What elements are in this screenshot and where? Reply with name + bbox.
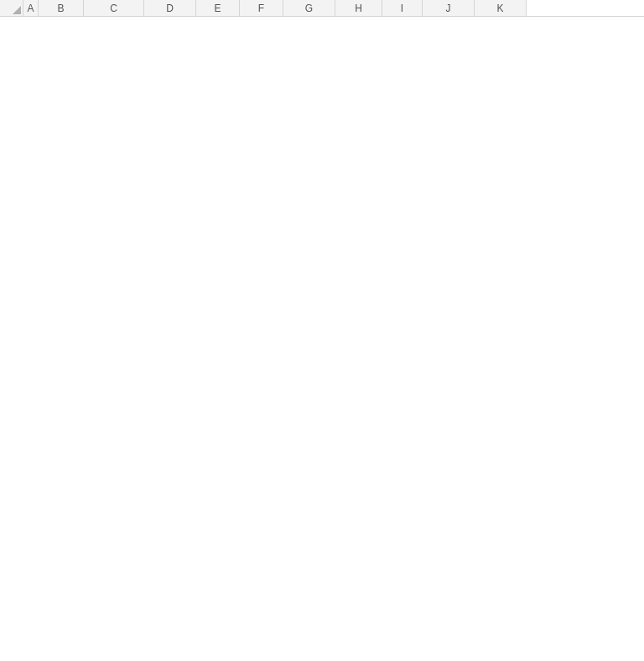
column-header-F[interactable]: F	[240, 0, 283, 16]
column-header-E[interactable]: E	[196, 0, 240, 16]
spreadsheet: ABCDEFGHIJK 1234567891011121314151617181…	[0, 0, 644, 17]
column-header-B[interactable]: B	[39, 0, 84, 16]
column-header-K[interactable]: K	[475, 0, 527, 16]
column-headers: ABCDEFGHIJK	[23, 0, 644, 17]
column-header-G[interactable]: G	[283, 0, 335, 16]
column-header-I[interactable]: I	[382, 0, 423, 16]
select-all-corner[interactable]	[0, 0, 23, 17]
column-header-A[interactable]: A	[23, 0, 39, 16]
column-header-C[interactable]: C	[84, 0, 144, 16]
column-header-H[interactable]: H	[335, 0, 382, 16]
column-header-J[interactable]: J	[423, 0, 475, 16]
column-header-D[interactable]: D	[144, 0, 196, 16]
